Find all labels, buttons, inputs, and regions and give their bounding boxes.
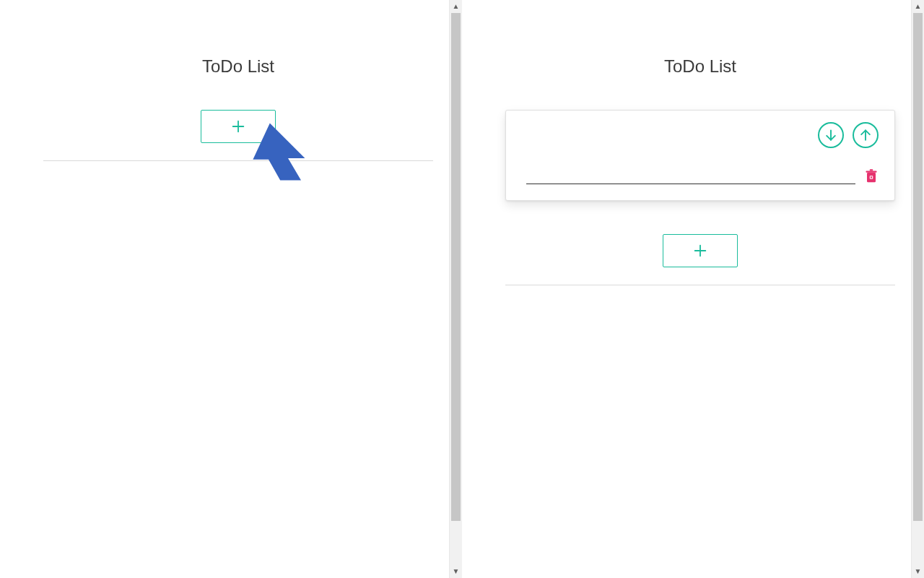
- page-title: ToDo List: [43, 56, 433, 77]
- pane-left-scroll[interactable]: ToDo List: [0, 0, 462, 578]
- pane-right-scroll[interactable]: ToDo List: [462, 0, 924, 578]
- scrollbar[interactable]: ▲ ▼: [449, 0, 462, 578]
- plus-icon: [663, 243, 737, 259]
- page-title: ToDo List: [505, 56, 895, 77]
- scrollbar-track[interactable]: [450, 13, 462, 565]
- svg-rect-9: [866, 171, 877, 173]
- todo-item-input[interactable]: [526, 164, 855, 184]
- scrollbar-down-icon[interactable]: ▼: [450, 565, 462, 578]
- scrollbar[interactable]: ▲ ▼: [911, 0, 924, 578]
- scrollbar-thumb[interactable]: [913, 13, 923, 521]
- pane-left: ToDo List ▲ ▼: [0, 0, 462, 578]
- arrow-down-icon: [824, 128, 838, 142]
- move-up-button[interactable]: [853, 122, 879, 148]
- todo-item-row: [526, 164, 879, 186]
- trash-icon: [865, 169, 878, 184]
- plus-icon: [201, 118, 275, 134]
- svg-rect-10: [870, 169, 873, 171]
- card-reorder-controls: [526, 122, 879, 148]
- move-down-button[interactable]: [818, 122, 844, 148]
- section-divider: [505, 285, 895, 285]
- section-divider: [43, 160, 433, 161]
- pane-right: ToDo List: [462, 0, 924, 578]
- add-todo-button[interactable]: [663, 234, 738, 267]
- scrollbar-down-icon[interactable]: ▼: [912, 565, 924, 578]
- scrollbar-track[interactable]: [912, 13, 924, 565]
- scrollbar-up-icon[interactable]: ▲: [912, 0, 924, 13]
- arrow-up-icon: [858, 128, 873, 142]
- add-todo-button[interactable]: [201, 110, 276, 143]
- scrollbar-thumb[interactable]: [451, 13, 461, 521]
- todo-card: [505, 110, 895, 201]
- delete-item-button[interactable]: [864, 168, 879, 184]
- scrollbar-up-icon[interactable]: ▲: [450, 0, 462, 13]
